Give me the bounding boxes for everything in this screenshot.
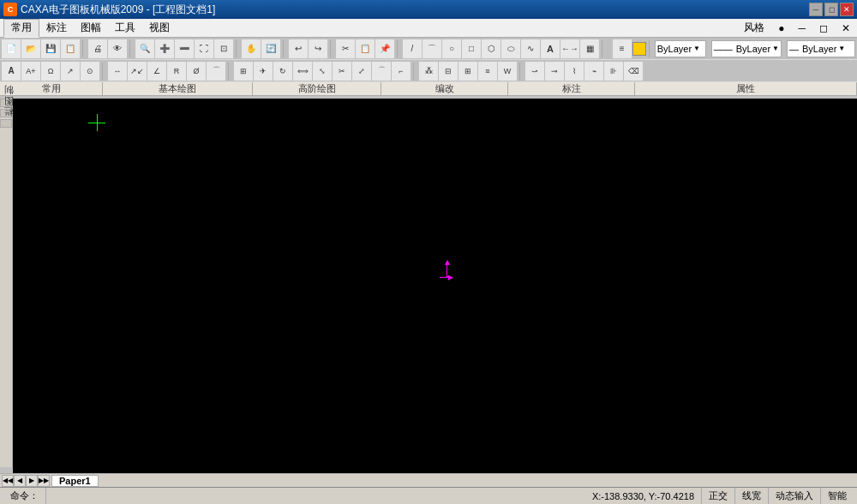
line-button[interactable]: / [403,39,422,58]
menu-item-frame[interactable]: 图幅 [74,19,108,38]
section-common: 常用 [0,82,103,96]
pan-button[interactable]: ✋ [242,39,261,58]
scale-button[interactable]: ⤡ [313,62,332,81]
dim-arc[interactable]: ⌒ [207,62,225,81]
offset-button[interactable]: ⊸ [545,62,564,81]
insert-block-button[interactable]: ⊞ [458,62,477,81]
minimize-button[interactable]: ─ [809,3,823,16]
extend-button[interactable]: ⤢ [352,62,371,81]
window-restore[interactable]: ◻ [812,19,835,38]
bylayer-line-dropdown[interactable]: —— ByLayer ▼ [711,40,782,57]
text-button[interactable]: A [541,39,560,58]
mtext-button[interactable]: A+ [21,62,40,81]
fillet-button[interactable]: ⌒ [372,62,391,81]
dynamic-input-label: 动态输入 [776,489,813,502]
special-char-button[interactable]: Ω [41,62,60,81]
linewidth-section[interactable]: 线宽 [735,488,769,505]
dim-angular[interactable]: ∠ [147,62,166,81]
window-min[interactable]: ─ [791,19,812,38]
tab-next-button[interactable]: ▶ [26,475,38,487]
menu-item-common[interactable]: 常用 [3,19,39,38]
hatch-button[interactable]: ▦ [580,39,599,58]
ortho-section[interactable]: 正交 [702,488,735,505]
mirror-button[interactable]: ⟺ [293,62,312,81]
erase-button[interactable]: ⌫ [624,62,643,81]
dim-button[interactable]: ←→ [560,39,579,58]
undo-button[interactable]: ↩ [289,39,308,58]
paste-button[interactable]: 📌 [375,39,394,58]
bylayer-color-dropdown[interactable]: ByLayer ▼ [655,40,706,57]
saveas-button[interactable]: 📋 [61,39,80,58]
drawing-area[interactable] [13,99,857,474]
join-button[interactable]: ⌁ [584,62,603,81]
tab-prev-button[interactable]: ◀ [14,475,26,487]
restore-button[interactable]: ◻ [824,3,838,16]
zoom-all[interactable]: ⛶ [195,39,213,58]
dim-aligned[interactable]: ↗↙ [128,62,147,81]
arc-button[interactable]: ⌒ [423,39,441,58]
open-file-button[interactable]: 📂 [21,39,40,58]
ellipse-button[interactable]: ⬭ [501,39,520,58]
sep10 [228,63,231,80]
dim-radius[interactable]: R [167,62,186,81]
smart-section[interactable]: 智能 [821,488,854,505]
window-close[interactable]: ✕ [835,19,857,38]
tab-first-button[interactable]: ◀◀ [2,475,14,487]
smart-label: 智能 [828,489,847,502]
text-style-button[interactable]: A [2,62,21,81]
zoom-window[interactable]: 🔍 [135,39,154,58]
stretch-button[interactable]: ⤻ [525,62,544,81]
block-button[interactable]: ⊟ [439,62,458,81]
dim-diameter[interactable]: Ø [187,62,206,81]
sidebar-tab-2[interactable]: 图 [0,109,12,117]
linewidth-label: 线宽 [742,489,761,502]
help-button[interactable]: ● [771,19,791,38]
zoom-in[interactable]: ➕ [155,39,174,58]
menu-item-style[interactable]: 风格 [737,19,771,38]
bylayer-line-arrow: ▼ [772,45,779,52]
break-button[interactable]: ⌇ [565,62,584,81]
attribute-button[interactable]: ≡ [478,62,497,81]
redo-button[interactable]: ↪ [309,39,327,58]
poly-button[interactable]: ⬡ [482,39,500,58]
move-button[interactable]: ✈ [254,62,273,81]
cut-button[interactable]: ✂ [336,39,355,58]
wblock-button[interactable]: W [498,62,517,81]
dim-linear[interactable]: ↔ [108,62,127,81]
circle-button[interactable]: ○ [442,39,461,58]
menu-item-tools[interactable]: 工具 [108,19,142,38]
rotate-button[interactable]: ↻ [273,62,292,81]
bylayer-weight-dropdown[interactable]: — ByLayer ▼ [787,40,855,57]
menu-item-annotate[interactable]: 标注 [39,19,74,38]
copy-button[interactable]: 📋 [356,39,375,58]
align-button[interactable]: ⊪ [604,62,623,81]
close-button[interactable]: ✕ [840,3,854,16]
page-tab-paper1[interactable]: Paper1 [51,475,99,487]
array-button[interactable]: ⊞ [234,62,253,81]
dynamic-input-section[interactable]: 动态输入 [769,488,821,505]
leader-button[interactable]: ↗ [61,62,80,81]
explode-button[interactable]: ⁂ [419,62,438,81]
spline-button[interactable]: ∿ [521,39,540,58]
sidebar-tab-3[interactable]: 栏 [0,119,12,128]
trim-button[interactable]: ✂ [333,62,351,81]
new-file-button[interactable]: 📄 [2,39,21,58]
save-button[interactable]: 💾 [41,39,60,58]
title-bar: C CAXA电子图板机械版2009 - [工程图文档1] ─ ◻ ✕ [0,0,857,19]
color-btn[interactable] [632,42,646,56]
menu-item-view[interactable]: 视图 [142,19,177,38]
balloon-button[interactable]: ⊙ [81,62,99,81]
tab-last-button[interactable]: ▶▶ [38,475,50,487]
print-preview-button[interactable]: 👁 [108,39,127,58]
layer-manager[interactable]: ≡ [613,39,632,58]
section-labels: 常用 基本绘图 高阶绘图 编改 标注 属性 [0,82,857,96]
sidebar-tab-1[interactable]: 制 [0,99,12,107]
refresh-button[interactable]: 🔄 [261,39,280,58]
print-button[interactable]: 🖨 [88,39,107,58]
crosshair-cursor [88,114,105,131]
sep4 [283,40,286,57]
zoom-out[interactable]: ➖ [175,39,194,58]
chamfer-button[interactable]: ⌐ [392,62,411,81]
rect-button[interactable]: □ [462,39,481,58]
zoom-reset[interactable]: ⊡ [214,39,233,58]
